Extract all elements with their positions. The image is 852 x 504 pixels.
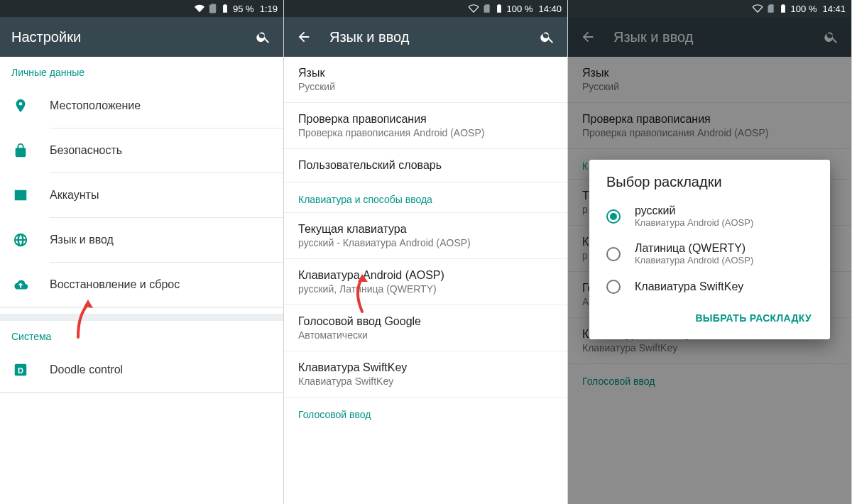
section-system: Система D Doodle control — [0, 321, 283, 392]
item-label: Местоположение — [50, 99, 141, 112]
section-personal: Личные данные Местоположение Безопасност… — [0, 57, 283, 307]
phone-layout-dialog: 100 % 14:41 Язык и ввод Язык Русский Про… — [568, 0, 852, 504]
row-language[interactable]: Язык Русский — [284, 57, 567, 103]
cloud-upload-icon — [11, 275, 30, 294]
globe-icon — [11, 231, 30, 249]
row-sub: Проверка правописания Android (AOSP) — [298, 127, 553, 138]
option-russian[interactable]: русский Клавиатура Android (AOSP) — [595, 197, 824, 235]
row-current-keyboard[interactable]: Текущая клавиатура русский - Клавиатура … — [284, 213, 567, 259]
row-google-voice[interactable]: Голосовой ввод Google Автоматически — [284, 305, 567, 351]
battery-icon — [220, 4, 230, 13]
row-title: Клавиатура Android (AOSP) — [298, 269, 553, 282]
row-swiftkey[interactable]: Клавиатура SwiftKey Клавиатура SwiftKey — [284, 351, 567, 398]
item-location[interactable]: Местоположение — [0, 84, 283, 128]
item-doodle[interactable]: D Doodle control — [0, 348, 283, 392]
back-icon[interactable] — [295, 28, 312, 45]
clock-time: 14:40 — [538, 4, 562, 14]
row-sub: русский - Клавиатура Android (AOSP) — [298, 237, 553, 248]
item-label: Аккаунты — [50, 189, 99, 202]
row-user-dictionary[interactable]: Пользовательский словарь — [284, 149, 567, 182]
phone-settings: 95 % 1:19 Настройки Личные данные Местоп… — [0, 0, 284, 504]
section-header-personal: Личные данные — [0, 57, 283, 84]
clock-time: 14:41 — [822, 4, 846, 14]
subsection-voice: Голосовой ввод — [284, 398, 567, 420]
item-language-input[interactable]: Язык и ввод — [0, 218, 283, 262]
item-label: Язык и ввод — [50, 234, 114, 246]
layout-picker-dialog: Выбор раскладки русский Клавиатура Andro… — [589, 160, 830, 339]
item-label: Doodle control — [50, 363, 123, 376]
battery-percent: 95 % — [233, 4, 254, 14]
status-bar: 100 % 14:41 — [568, 0, 851, 17]
status-bar: 100 % 14:40 — [284, 0, 567, 17]
row-aosp-keyboard[interactable]: Клавиатура Android (AOSP) русский, Латин… — [284, 259, 567, 305]
sim-icon — [765, 4, 775, 13]
app-bar: Язык и ввод — [284, 17, 567, 57]
row-title: Клавиатура SwiftKey — [298, 361, 553, 374]
row-title: Пользовательский словарь — [298, 159, 553, 172]
search-icon[interactable] — [539, 28, 556, 45]
page-title: Настройки — [11, 29, 238, 45]
option-title: русский — [635, 204, 753, 217]
wifi-icon — [195, 4, 204, 13]
option-title: Латиница (QWERTY) — [635, 242, 753, 255]
account-icon — [11, 186, 30, 204]
pin-icon — [11, 97, 30, 115]
row-title: Язык — [298, 67, 553, 80]
item-backup-reset[interactable]: Восстановление и сброс — [0, 263, 283, 307]
item-label: Безопасность — [50, 144, 122, 157]
item-security[interactable]: Безопасность — [0, 128, 283, 172]
row-sub: Русский — [298, 81, 553, 92]
settings-list: Язык Русский Проверка правописания Прове… — [284, 57, 567, 420]
battery-percent: 100 % — [791, 4, 817, 14]
lock-icon — [11, 141, 30, 160]
battery-icon — [778, 4, 788, 13]
sim-icon — [481, 4, 491, 13]
radio-unchecked-icon — [606, 247, 621, 261]
row-title: Проверка правописания — [298, 113, 553, 126]
app-bar: Настройки — [0, 17, 283, 57]
radio-checked-icon — [606, 209, 621, 224]
item-label: Восстановление и сброс — [50, 278, 180, 291]
dialog-title: Выбор раскладки — [595, 174, 824, 197]
subsection-keyboard: Клавиатура и способы ввода — [284, 182, 567, 213]
option-sub: Клавиатура Android (AOSP) — [635, 255, 753, 265]
option-swiftkey[interactable]: Клавиатура SwiftKey — [595, 273, 824, 301]
search-icon[interactable] — [255, 28, 272, 45]
sim-icon — [207, 4, 217, 13]
status-bar: 95 % 1:19 — [0, 0, 283, 17]
row-title: Голосовой ввод Google — [298, 315, 553, 328]
clock-time: 1:19 — [260, 4, 278, 14]
row-sub: Автоматически — [298, 329, 553, 341]
row-spellcheck[interactable]: Проверка правописания Проверка правописа… — [284, 103, 567, 149]
battery-percent: 100 % — [507, 4, 533, 14]
battery-icon — [494, 4, 504, 13]
option-latin-qwerty[interactable]: Латиница (QWERTY) Клавиатура Android (AO… — [595, 235, 824, 273]
dialog-actions: Выбрать раскладку — [595, 301, 824, 334]
radio-unchecked-icon — [606, 280, 621, 294]
option-title: Клавиатура SwiftKey — [635, 280, 743, 293]
wifi-icon — [469, 4, 479, 13]
choose-layout-button[interactable]: Выбрать раскладку — [688, 307, 819, 329]
phone-language-input: 100 % 14:40 Язык и ввод Язык Русский Про… — [284, 0, 568, 504]
wifi-icon — [753, 4, 763, 13]
row-title: Текущая клавиатура — [298, 223, 553, 236]
svg-text:D: D — [18, 366, 23, 375]
section-header-system: Система — [0, 321, 283, 348]
item-accounts[interactable]: Аккаунты — [0, 173, 283, 217]
row-sub: русский, Латиница (QWERTY) — [298, 283, 553, 295]
page-title: Язык и ввод — [329, 29, 522, 45]
doodle-icon: D — [11, 361, 30, 379]
option-sub: Клавиатура Android (AOSP) — [635, 217, 753, 228]
row-sub: Клавиатура SwiftKey — [298, 376, 553, 387]
